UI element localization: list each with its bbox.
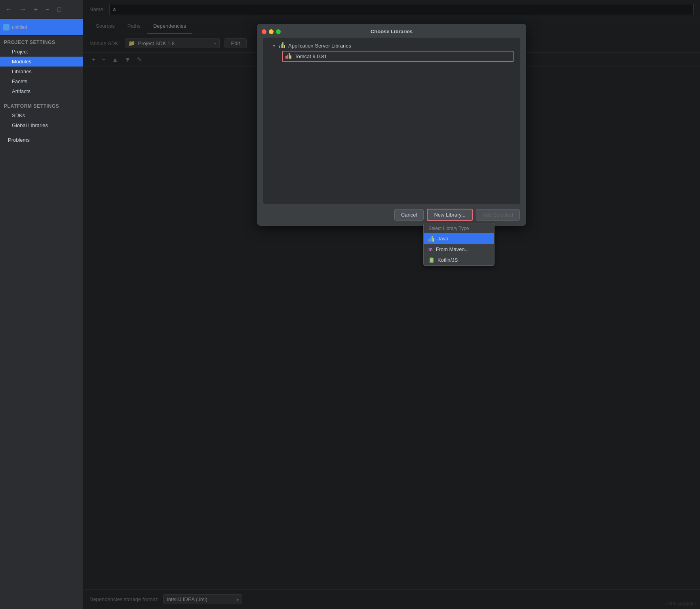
sidebar-item-problems[interactable]: Problems xyxy=(0,135,83,145)
bar-chart-icon xyxy=(279,42,286,49)
traffic-light-yellow[interactable] xyxy=(269,29,274,34)
maven-icon: m xyxy=(428,247,433,252)
dropdown-item-maven-label: From Maven... xyxy=(436,246,469,252)
sidebar-item-facets[interactable]: Facets xyxy=(0,76,83,86)
module-icon xyxy=(3,24,10,30)
bar-chart-icon-child xyxy=(285,53,292,60)
new-library-button[interactable]: New Library... xyxy=(427,209,472,221)
dialog-body: ▼ Application Server Libraries xyxy=(263,38,520,204)
dropdown-item-kotlin-js[interactable]: 📗 Kotlin/JS xyxy=(424,255,494,265)
sidebar-item-global-libraries[interactable]: Global Libraries xyxy=(0,120,83,130)
library-type-dropdown: Select Library Type Java m From Maven... xyxy=(423,223,495,266)
tree-root-item[interactable]: ▼ Application Server Libraries xyxy=(270,41,514,51)
nav-back-button[interactable]: ← xyxy=(3,5,14,14)
sidebar-item-libraries[interactable]: Libraries xyxy=(0,67,83,76)
choose-libraries-dialog: Choose Libraries ▼ Application S xyxy=(257,24,526,226)
tree-arrow-icon: ▼ xyxy=(272,44,277,48)
nav-forward-button[interactable]: → xyxy=(17,5,29,14)
traffic-light-red[interactable] xyxy=(262,29,266,34)
dropdown-item-kotlin-label: Kotlin/JS xyxy=(438,257,458,263)
dropdown-item-java-label: Java xyxy=(438,236,448,242)
add-button[interactable]: + xyxy=(32,5,40,14)
dialog-footer: Cancel New Library... Add Selected Selec… xyxy=(257,204,526,226)
project-settings-header: Project Settings xyxy=(0,36,83,47)
remove-button[interactable]: − xyxy=(43,5,51,14)
sidebar: ← → + − □ untitled Project Settings Proj… xyxy=(0,0,83,609)
dialog-titlebar: Choose Libraries xyxy=(257,24,526,38)
traffic-light-green[interactable] xyxy=(276,29,281,34)
kotlin-icon: 📗 xyxy=(428,257,434,263)
dialog-title: Choose Libraries xyxy=(263,29,520,34)
tree-child-container: Tomcat 9.0.81 xyxy=(270,51,514,62)
dialog-overlay: Choose Libraries ▼ Application S xyxy=(83,0,700,609)
sidebar-item-modules[interactable]: Modules xyxy=(0,57,83,67)
dropdown-item-java[interactable]: Java xyxy=(424,233,494,244)
traffic-lights xyxy=(262,29,281,34)
sidebar-item-sdks[interactable]: SDKs xyxy=(0,110,83,120)
tree-child-item-tomcat[interactable]: Tomcat 9.0.81 xyxy=(282,51,514,62)
main-content: Name: Sources Paths Dependencies Module … xyxy=(83,0,700,609)
platform-settings-header: Platform Settings xyxy=(0,99,83,110)
tree-child-label: Tomcat 9.0.81 xyxy=(295,53,327,59)
dropdown-header: Select Library Type xyxy=(424,223,494,233)
copy-button[interactable]: □ xyxy=(55,5,64,14)
dropdown-item-maven[interactable]: m From Maven... xyxy=(424,244,494,255)
add-selected-button[interactable]: Add Selected xyxy=(476,209,520,221)
cancel-button[interactable]: Cancel xyxy=(394,209,424,221)
sidebar-toolbar: ← → + − □ xyxy=(0,0,83,19)
java-icon xyxy=(428,236,434,242)
module-name: untitled xyxy=(12,25,27,30)
tree-root-label: Application Server Libraries xyxy=(288,43,351,49)
sidebar-item-project[interactable]: Project xyxy=(0,47,83,57)
sidebar-item-artifacts[interactable]: Artifacts xyxy=(0,86,83,96)
module-item[interactable]: untitled xyxy=(0,19,83,36)
